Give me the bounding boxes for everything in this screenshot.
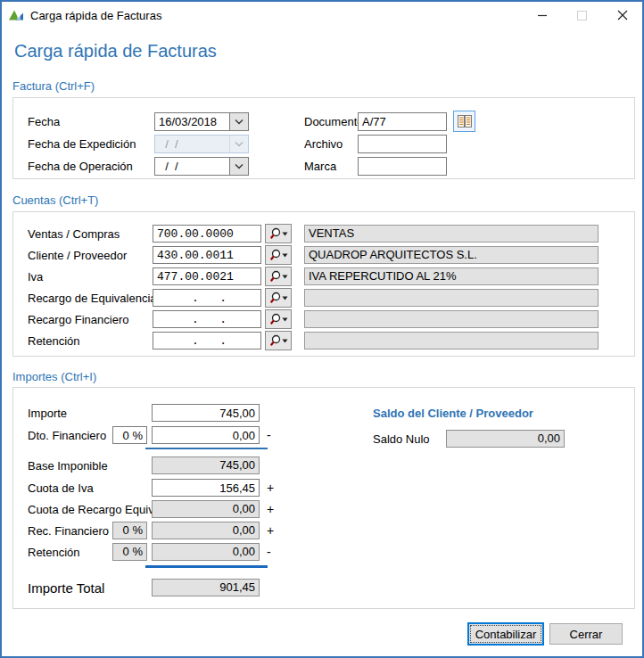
saldo-nulo-field: 0,00 — [446, 430, 565, 448]
retencion-op: - — [267, 545, 271, 559]
account-search-button[interactable] — [265, 288, 292, 308]
page-title: Carga rápida de Facturas — [14, 41, 217, 62]
fecha-expedicion-value: / / — [155, 136, 229, 152]
section-factura-label: Factura (Ctrl+F) — [12, 79, 95, 93]
account-input[interactable] — [153, 267, 261, 285]
account-name-field: QUADROP ARQUITECTOS S.L. — [304, 246, 599, 264]
close-button[interactable] — [602, 2, 642, 29]
section-cuentas-label: Cuentas (Ctrl+T) — [12, 193, 98, 207]
cuota-recargo-field: 0,00 — [152, 500, 260, 518]
fecha-expedicion-label: Fecha de Expedición — [28, 137, 136, 151]
account-input[interactable] — [153, 289, 261, 307]
marca-label: Marca — [304, 160, 336, 173]
base-imponible-field: 745,00 — [152, 456, 260, 474]
base-imponible-label: Base Imponible — [28, 459, 108, 473]
magnifier-dropdown-icon — [268, 249, 289, 262]
cuota-recargo-label: Cuota de Recargo Equiv. — [28, 503, 156, 516]
cuenta-row-label: Ventas / Compras — [28, 227, 120, 241]
retencion-amount-field: 0,00 — [152, 543, 260, 561]
account-search-button[interactable] — [265, 245, 292, 265]
marca-input[interactable] — [358, 157, 447, 176]
account-name-field — [304, 332, 599, 350]
account-name-field — [304, 310, 599, 328]
dto-financiero-amount-input[interactable] — [152, 426, 260, 444]
minimize-button[interactable] — [522, 2, 562, 29]
archivo-label: Archivo — [304, 137, 343, 151]
section-importes-label: Importes (Ctrl+I) — [12, 370, 96, 383]
rec-financiero-label: Rec. Financiero — [28, 524, 109, 538]
cuenta-row-label: Recargo de Equivalencia — [28, 292, 157, 305]
factura-groupbox: Fecha 16/03/2018 Fecha de Expedición / /… — [12, 97, 635, 179]
window-title: Carga rápida de Facturas — [30, 9, 161, 22]
fecha-operacion-label: Fecha de Operación — [28, 160, 133, 173]
saldo-nulo-label: Saldo Nulo — [373, 432, 430, 446]
chevron-down-icon[interactable] — [229, 158, 248, 175]
retencion-label: Retención — [28, 546, 80, 559]
cuota-iva-label: Cuota de Iva — [28, 481, 94, 495]
rec-financiero-amount-field: 0,00 — [152, 522, 260, 539]
dto-financiero-op: - — [267, 428, 271, 442]
cuota-iva-input[interactable] — [152, 479, 260, 497]
dto-financiero-pct-input[interactable] — [112, 426, 147, 444]
account-search-button[interactable] — [265, 224, 292, 243]
dialog-window: Carga rápida de Facturas Carga rápida de… — [0, 0, 644, 658]
cuota-recargo-op: + — [267, 502, 274, 516]
fecha-combo[interactable]: 16/03/2018 — [154, 112, 249, 131]
fecha-expedicion-combo: / / — [154, 135, 249, 153]
cuenta-row-label: Iva — [28, 270, 43, 284]
account-input[interactable] — [153, 332, 261, 350]
cuenta-row-label: Cliente / Proveedor — [28, 249, 127, 262]
fecha-operacion-combo[interactable]: / / — [154, 157, 249, 176]
magnifier-dropdown-icon — [268, 270, 289, 284]
cuenta-row-label: Recargo Financiero — [28, 313, 128, 326]
account-name-field: VENTAS — [304, 225, 599, 243]
magnifier-dropdown-icon — [268, 334, 289, 348]
maximize-button — [562, 2, 602, 29]
importe-total-field: 901,45 — [152, 579, 260, 596]
rec-financiero-op: + — [267, 523, 274, 538]
titlebar: Carga rápida de Facturas — [2, 2, 642, 29]
importe-total-label: Importe Total — [28, 580, 104, 596]
account-search-button[interactable] — [265, 309, 292, 329]
total-line — [145, 565, 268, 568]
magnifier-dropdown-icon — [268, 292, 289, 305]
account-input[interactable] — [153, 246, 261, 264]
fecha-label: Fecha — [28, 115, 60, 128]
rec-financiero-pct-field: 0 % — [112, 522, 147, 539]
ledger-book-icon — [458, 115, 472, 127]
documento-lookup-button[interactable] — [453, 111, 475, 132]
documento-input[interactable] — [358, 112, 447, 131]
magnifier-dropdown-icon — [268, 227, 289, 241]
contabilizar-button[interactable]: Contabilizar — [467, 622, 544, 646]
account-search-button[interactable] — [265, 267, 292, 286]
importes-groupbox: Importe Dto. Financiero - Base Imponible… — [12, 387, 635, 609]
documento-label: Documento — [304, 115, 363, 128]
account-name-field: IVA REPERCUTIDO AL 21% — [304, 267, 599, 285]
app-logo-icon — [9, 8, 24, 22]
fecha-value: 16/03/2018 — [155, 113, 229, 130]
cuenta-row-label: Retención — [28, 334, 80, 348]
cuota-iva-op: + — [267, 481, 274, 495]
importe-input[interactable] — [152, 404, 260, 422]
chevron-down-icon[interactable] — [229, 113, 248, 130]
cerrar-button[interactable]: Cerrar — [549, 623, 623, 645]
magnifier-dropdown-icon — [268, 313, 289, 326]
dto-financiero-label: Dto. Financiero — [28, 429, 106, 442]
saldo-header: Saldo del Cliente / Proveedor — [373, 407, 533, 420]
account-name-field — [304, 289, 599, 307]
account-input[interactable] — [153, 310, 261, 328]
archivo-input[interactable] — [358, 135, 447, 153]
account-input[interactable] — [153, 225, 261, 243]
subtotal-line — [145, 448, 268, 449]
cuentas-groupbox: Ventas / Compras VENTAS Cliente / Provee… — [12, 211, 635, 357]
chevron-down-icon — [229, 136, 248, 152]
account-search-button[interactable] — [265, 331, 292, 350]
retencion-pct-field: 0 % — [112, 543, 147, 561]
fecha-operacion-value: / / — [155, 158, 229, 175]
importe-label: Importe — [28, 407, 67, 420]
